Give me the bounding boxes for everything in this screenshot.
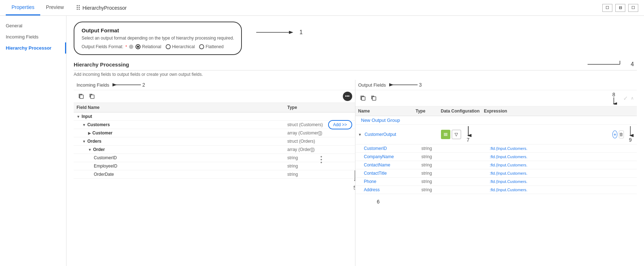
right-rows-container: CustomerID string :fld.{Input.Customers.…	[355, 145, 637, 194]
annotation-9-arrow	[627, 126, 634, 137]
output-expression[interactable]: :fld.{Input.Customers.	[490, 163, 613, 167]
row-input: ▼Input	[77, 114, 288, 119]
table-row: ContactTitle string :fld.{Input.Customer…	[355, 169, 637, 178]
tab-preview[interactable]: Preview	[40, 0, 70, 15]
annotation-5-num: 5	[354, 185, 355, 191]
sidebar: General Incoming Fields Hierarchy Proces…	[0, 16, 66, 266]
output-expression[interactable]: :fld.{Input.Customers.	[490, 146, 613, 151]
win-btn-3[interactable]: ☐	[628, 4, 638, 12]
annotation-1-arrow	[256, 29, 299, 36]
delete-row-btn[interactable]: 🗑	[619, 130, 624, 138]
new-output-group-link[interactable]: New Output Group	[358, 116, 403, 124]
sidebar-item-incoming-fields[interactable]: Incoming Fields	[0, 31, 66, 42]
customer-output-label[interactable]: CustomerOutput	[364, 132, 396, 137]
table-row: Address string :fld.{Input.Customers. 6	[355, 186, 637, 194]
output-field-type: string	[422, 187, 447, 192]
right-panel: Output Fields 3	[355, 80, 637, 266]
format-label: Output Fields Format:	[82, 44, 123, 49]
table-row: CustomerID string :fld.{Input.Customers.	[355, 145, 637, 153]
component-grid-icon: ⠿	[76, 4, 80, 12]
sidebar-item-general[interactable]: General	[0, 20, 66, 31]
output-expression[interactable]: :fld.{Input.Customers.	[490, 188, 613, 192]
svg-rect-9	[362, 97, 365, 100]
annotation-7-container: 7	[465, 126, 472, 143]
radio-flattened-circle	[199, 44, 204, 49]
annotation-8-container: 8	[610, 92, 617, 105]
output-expression[interactable]: :fld.{Input.Customers.	[490, 171, 613, 175]
panels: Incoming Fields 2	[74, 80, 637, 266]
table-row: ▼Customers struct (Customers) Add >>	[74, 121, 355, 129]
table-row: ▼Input	[74, 113, 355, 121]
left-panel-header: Incoming Fields 2	[74, 80, 355, 90]
hierarchy-section: Hierarchy Processing 4 Add incoming fiel…	[66, 61, 644, 266]
annotation-5-container: 5	[351, 170, 355, 191]
col-actions	[612, 109, 634, 114]
col-name: Name	[358, 109, 416, 114]
annotation-2-arrow	[112, 82, 141, 88]
drag-dots[interactable]	[321, 156, 322, 163]
action-group: + 🗑 9	[612, 126, 634, 143]
table-row: OrderDate string 5	[74, 170, 355, 179]
annotation-9-num: 9	[629, 137, 632, 143]
right-copy-selected-btn[interactable]	[369, 93, 378, 103]
annotation-8-num: 8	[612, 92, 615, 97]
left-panel-label: Incoming Fields 2	[77, 82, 352, 88]
win-btn-2[interactable]: ⊟	[615, 4, 625, 12]
new-output-group-row: New Output Group	[355, 116, 637, 125]
output-field-type: string	[422, 162, 447, 168]
annotation-7-arrow	[465, 126, 472, 137]
output-expression[interactable]: :fld.{Input.Customers.	[490, 155, 613, 159]
annotation-7-num: 7	[467, 137, 470, 143]
config-btn[interactable]	[441, 130, 450, 139]
output-field-name[interactable]: Address	[364, 187, 422, 192]
tab-properties[interactable]: Properties	[6, 0, 40, 15]
output-field-type: string	[422, 179, 447, 184]
radio-hierarchical-circle	[166, 44, 171, 49]
right-panel-toolbar: 8 ✓ ∧	[355, 90, 637, 106]
copy-all-btn[interactable]	[77, 92, 86, 101]
radio-flattened[interactable]: Flattened	[199, 44, 224, 49]
right-panel-header: Output Fields 3	[355, 80, 637, 90]
radio-relational-circle	[135, 44, 141, 49]
col-data-config: Data Configuration	[441, 109, 484, 114]
output-field-name[interactable]: CompanyName	[364, 154, 422, 159]
svg-rect-5	[91, 95, 94, 98]
output-expression[interactable]: :fld.{Input.Customers.	[490, 179, 613, 184]
annotation-9-container: 9	[627, 126, 634, 143]
right-copy-all-btn[interactable]	[358, 93, 368, 103]
check-icon: ✓	[623, 95, 628, 102]
content: Output Format Select an output format de…	[66, 16, 644, 266]
data-config-btns: ▽ 7	[441, 126, 484, 143]
annotation-4-num: 4	[631, 61, 634, 68]
header-right: ☐ ⊟ ☐	[602, 4, 638, 12]
sidebar-item-hierarchy-processor[interactable]: Hierarchy Processor	[0, 42, 66, 54]
win-btn-1[interactable]: ☐	[602, 4, 612, 12]
table-row: ContactName string :fld.{Input.Customers…	[355, 161, 637, 169]
table-row: Phone string :fld.{Input.Customers.	[355, 178, 637, 186]
radio-hierarchical[interactable]: Hierarchical	[166, 44, 195, 49]
radio-relational[interactable]: Relational	[135, 44, 161, 49]
more-btn[interactable]: •••	[343, 92, 352, 101]
output-field-name[interactable]: ContactName	[364, 162, 422, 168]
svg-rect-4	[80, 95, 83, 98]
filter-btn[interactable]: ▽	[452, 130, 461, 139]
output-field-name[interactable]: CustomerID	[364, 146, 422, 151]
svg-rect-10	[372, 97, 376, 100]
add-row-btn[interactable]: +	[612, 130, 617, 138]
table-row: ▼Orders struct (Orders)	[74, 137, 355, 146]
copy-selected-btn[interactable]	[87, 92, 97, 101]
col-type: Type	[288, 105, 352, 110]
left-panel: Incoming Fields 2	[74, 80, 355, 266]
output-format-section: Output Format Select an output format de…	[66, 16, 644, 61]
row-order: ▼Order	[77, 147, 288, 152]
add-btn[interactable]: Add >>	[328, 120, 352, 129]
table-row: EmployeeID string	[74, 162, 355, 170]
output-format-row: Output Fields Format: * Relational Hie	[82, 44, 234, 49]
output-field-name[interactable]: Phone	[364, 179, 422, 184]
annotation-1-container: 1	[256, 29, 303, 36]
output-field-name[interactable]: ContactTitle	[364, 171, 422, 176]
format-asterisk: *	[125, 45, 127, 49]
row-customer: ▶Customer	[77, 130, 288, 136]
left-field-table: ▼Input ▼Customers struct (Customers) Add	[74, 113, 355, 266]
radio-flattened-label: Flattened	[206, 44, 224, 49]
